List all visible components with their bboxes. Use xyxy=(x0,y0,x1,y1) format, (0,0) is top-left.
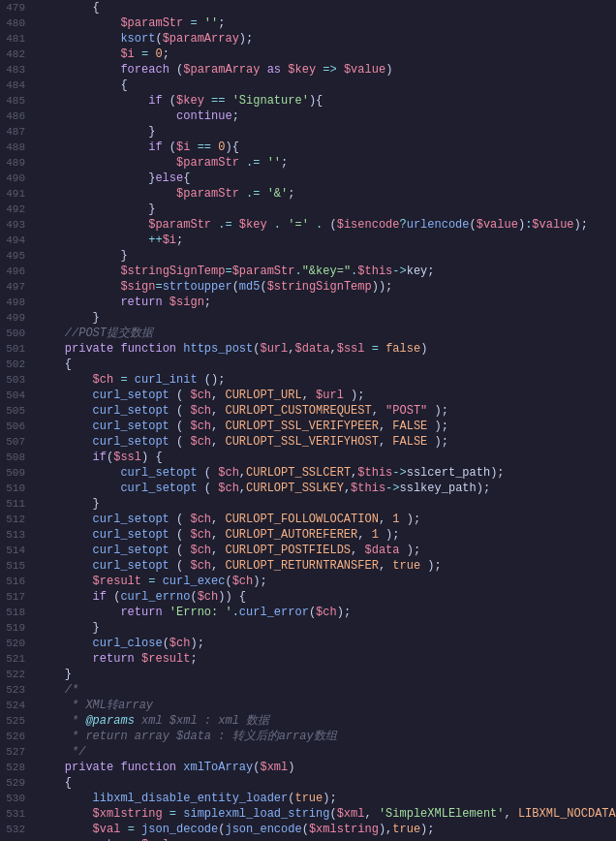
code-line: 527 */ xyxy=(0,744,616,760)
line-content: $paramStr .= '&'; xyxy=(37,187,616,201)
code-line: 516 $result = curl_exec($ch); xyxy=(0,574,616,589)
line-number: 521 xyxy=(0,652,37,666)
code-line: 506 curl_setopt ( $ch, CURLOPT_SSL_VERIF… xyxy=(0,419,616,434)
code-line: 484 { xyxy=(0,78,616,93)
line-content: $ch = curl_init (); xyxy=(37,373,616,387)
line-content: continue; xyxy=(37,109,616,123)
line-number: 518 xyxy=(0,606,37,619)
line-number: 531 xyxy=(0,807,37,821)
line-content: } xyxy=(37,125,616,139)
line-number: 519 xyxy=(0,621,37,635)
line-content: } xyxy=(37,621,616,635)
code-line: 483 foreach ($paramArray as $key => $val… xyxy=(0,62,616,78)
line-number: 520 xyxy=(0,637,37,650)
line-number: 532 xyxy=(0,823,37,836)
line-number: 503 xyxy=(0,373,37,387)
line-content: } xyxy=(37,497,616,511)
code-line: 481 ksort($paramArray); xyxy=(0,31,616,47)
code-line: 490 }else{ xyxy=(0,171,616,186)
line-number: 487 xyxy=(0,125,37,139)
code-line: 488 if ($i == 0){ xyxy=(0,140,616,155)
line-content: if (curl_errno($ch)) { xyxy=(37,590,616,604)
code-line: 509 curl_setopt ( $ch,CURLOPT_SSLCERT,$t… xyxy=(0,465,616,481)
code-line: 501 private function https_post($url,$da… xyxy=(0,341,616,357)
line-content: * return array $data : 转义后的array数组 xyxy=(37,730,616,743)
code-line: 517 if (curl_errno($ch)) { xyxy=(0,589,616,605)
code-line: 532 $val = json_decode(json_encode($xmls… xyxy=(0,822,616,837)
line-content: * @params xml $xml : xml 数据 xyxy=(37,714,616,728)
line-content: $paramStr = ''; xyxy=(37,16,616,30)
line-number: 523 xyxy=(0,683,37,697)
line-content: } xyxy=(37,249,616,263)
line-number: 493 xyxy=(0,218,37,232)
line-number: 506 xyxy=(0,420,37,433)
code-line: 507 curl_setopt ( $ch, CURLOPT_SSL_VERIF… xyxy=(0,434,616,450)
line-number: 498 xyxy=(0,296,37,309)
line-number: 528 xyxy=(0,761,37,774)
line-content: return $result; xyxy=(37,652,616,666)
line-number: 505 xyxy=(0,404,37,418)
line-number: 510 xyxy=(0,482,37,495)
line-content: if ($key == 'Signature'){ xyxy=(37,94,616,108)
code-line: 519 } xyxy=(0,620,616,636)
code-editor: 479 { 480 $paramStr = ''; 481 ksort($par… xyxy=(0,0,616,841)
code-line: 526 * return array $data : 转义后的array数组 xyxy=(0,729,616,744)
code-line: 492 } xyxy=(0,202,616,217)
line-number: 491 xyxy=(0,187,37,201)
code-line: 479 { xyxy=(0,0,616,16)
code-line: 530 libxml_disable_entity_loader(true); xyxy=(0,791,616,806)
line-content: curl_setopt ( $ch, CURLOPT_FOLLOWLOCATIO… xyxy=(37,513,616,526)
line-content: return $sign; xyxy=(37,296,616,309)
line-content: $stringSignTemp=$paramStr."&key=".$this-… xyxy=(37,265,616,278)
line-content: curl_setopt ( $ch, CURLOPT_RETURNTRANSFE… xyxy=(37,559,616,573)
line-content: /* xyxy=(37,683,616,697)
code-line: 514 curl_setopt ( $ch, CURLOPT_POSTFIELD… xyxy=(0,543,616,558)
code-line: 500 //POST提交数据 xyxy=(0,326,616,341)
line-content: { xyxy=(37,78,616,92)
line-number: 522 xyxy=(0,668,37,681)
line-content: $val = json_decode(json_encode($xmlstrin… xyxy=(37,823,616,836)
code-line: 523 /* xyxy=(0,682,616,698)
code-line: 499 } xyxy=(0,310,616,326)
line-content: curl_setopt ( $ch, CURLOPT_SSL_VERIFYPEE… xyxy=(37,420,616,433)
line-number: 515 xyxy=(0,559,37,573)
code-line: 518 return 'Errno: '.curl_error($ch); xyxy=(0,605,616,620)
line-content: if ($i == 0){ xyxy=(37,140,616,154)
line-content: //POST提交数据 xyxy=(37,327,616,340)
line-number: 529 xyxy=(0,776,37,790)
code-line: 528 private function xmlToArray($xml) xyxy=(0,760,616,775)
line-number: 526 xyxy=(0,730,37,743)
code-line: 522 } xyxy=(0,667,616,682)
line-content: }else{ xyxy=(37,171,616,185)
code-line: 493 $paramStr .= $key . '=' . ($isencode… xyxy=(0,217,616,233)
line-content: curl_setopt ( $ch, CURLOPT_POSTFIELDS, $… xyxy=(37,544,616,557)
line-content: $paramStr .= ''; xyxy=(37,156,616,170)
code-line: 513 curl_setopt ( $ch, CURLOPT_AUTOREFER… xyxy=(0,527,616,543)
code-line: 510 curl_setopt ( $ch,CURLOPT_SSLKEY,$th… xyxy=(0,481,616,496)
line-content: { xyxy=(37,776,616,790)
line-content: private function https_post($url,$data,$… xyxy=(37,342,616,356)
line-content: if($ssl) { xyxy=(37,451,616,464)
line-number: 507 xyxy=(0,435,37,449)
line-content: curl_close($ch); xyxy=(37,637,616,650)
line-content: private function xmlToArray($xml) xyxy=(37,761,616,774)
line-number: 489 xyxy=(0,156,37,170)
line-number: 479 xyxy=(0,1,37,15)
code-line: 503 $ch = curl_init (); xyxy=(0,372,616,388)
line-number: 511 xyxy=(0,497,37,511)
code-line: 489 $paramStr .= ''; xyxy=(0,155,616,171)
code-line: 508 if($ssl) { xyxy=(0,450,616,465)
code-line: 502 { xyxy=(0,357,616,372)
line-number: 508 xyxy=(0,451,37,464)
code-line: 497 $sign=strtoupper(md5($stringSignTemp… xyxy=(0,279,616,295)
line-number: 530 xyxy=(0,792,37,805)
line-number: 486 xyxy=(0,109,37,123)
line-content: curl_setopt ( $ch, CURLOPT_CUSTOMREQUEST… xyxy=(37,404,616,418)
line-number: 494 xyxy=(0,234,37,247)
line-content: */ xyxy=(37,745,616,759)
line-content: { xyxy=(37,1,616,15)
code-line: 480 $paramStr = ''; xyxy=(0,16,616,31)
line-content: libxml_disable_entity_loader(true); xyxy=(37,792,616,805)
line-number: 497 xyxy=(0,280,37,294)
code-line: 531 $xmlstring = simplexml_load_string($… xyxy=(0,806,616,822)
